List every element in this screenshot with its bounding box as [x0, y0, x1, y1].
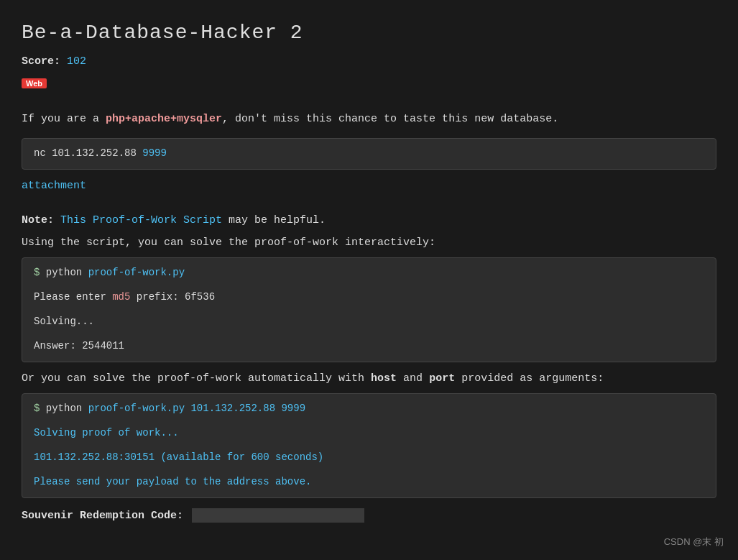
- code1-line4: Answer: 2544011: [34, 340, 704, 352]
- desc-chance: chance: [338, 113, 377, 125]
- code-block-2: $ python proof-of-work.py 101.132.252.88…: [22, 393, 716, 498]
- description: If you are a php+apache+mysqler, don't m…: [22, 111, 716, 128]
- code2-line4: Please send your payload to the address …: [34, 476, 704, 487]
- or-port: port: [429, 372, 455, 385]
- souvenir-label: Souvenir Redemption Code:: [22, 510, 183, 522]
- code1-line3: Solving...: [34, 316, 704, 327]
- nc-command-box: nc 101.132.252.88 9999: [22, 138, 716, 170]
- dragon-image: [250, 537, 365, 560]
- or-host: host: [371, 372, 397, 385]
- or-line: Or you can solve the proof-of-work autom…: [22, 372, 716, 385]
- note-line: Note: This Proof-of-Work Script may be h…: [22, 214, 716, 226]
- code2-line3: 101.132.252.88:30151 (available for 600 …: [34, 451, 704, 463]
- score-line: Score: 102: [22, 55, 716, 68]
- nc-cmd: nc 101.132.252.88 9999: [34, 147, 704, 159]
- watermark: CSDN @末 初: [664, 536, 724, 548]
- score-value: 102: [67, 55, 86, 68]
- desc-highlight: php+apache+mysqler: [106, 113, 222, 125]
- proof-link[interactable]: This Proof-of-Work Script: [60, 214, 222, 226]
- desc-after2: to taste this new database.: [377, 113, 558, 125]
- web-tag: Web: [22, 78, 716, 98]
- note-label: Note:: [22, 214, 54, 226]
- code1-line2: Please enter md5 prefix: 6f536: [34, 291, 704, 303]
- bottom-section: NAILED IT!: [22, 537, 716, 560]
- nc-text: nc: [34, 147, 46, 159]
- nc-port: 9999: [142, 147, 167, 159]
- code2-line2: Solving proof of work...: [34, 427, 704, 439]
- page-title: Be-a-Database-Hacker 2: [22, 22, 716, 44]
- attachment-link[interactable]: attachment: [22, 180, 86, 192]
- tag-label: Web: [22, 78, 47, 88]
- nc-ip: 101.132.252.88: [52, 147, 142, 159]
- note-after: may be helpful.: [222, 214, 326, 226]
- souvenir-line: Souvenir Redemption Code:: [22, 508, 716, 523]
- code1-line1: $ python proof-of-work.py: [34, 267, 704, 278]
- souvenir-input[interactable]: [192, 508, 364, 523]
- score-label: Score:: [22, 55, 60, 68]
- code-block-1: $ python proof-of-work.py Please enter m…: [22, 257, 716, 362]
- desc-after1: , don't miss this: [222, 113, 338, 125]
- desc-before: If you are a: [22, 113, 106, 125]
- using-line: Using the script, you can solve the proo…: [22, 237, 716, 249]
- code2-line1: $ python proof-of-work.py 101.132.252.88…: [34, 403, 704, 414]
- nailed-it-container: NAILED IT!: [250, 537, 489, 560]
